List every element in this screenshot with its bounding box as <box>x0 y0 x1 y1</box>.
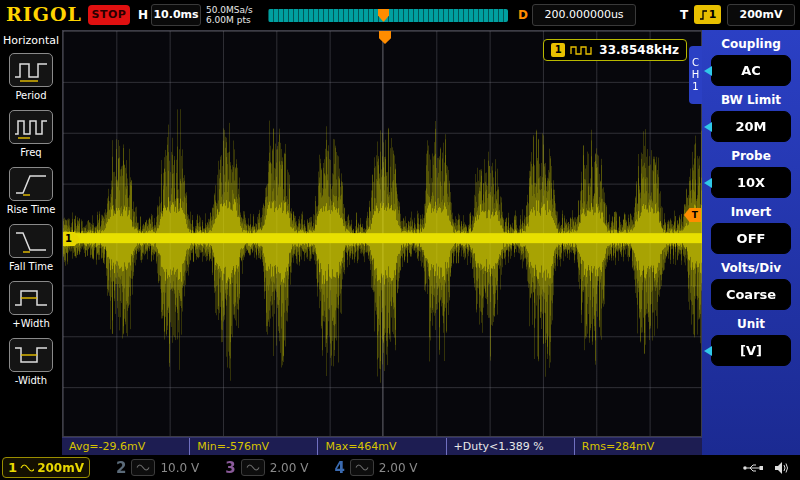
channel-menu-panel: CH1 Coupling AC BW Limit 20M Probe 10X I… <box>702 30 800 455</box>
menu-item-label: Probe <box>702 149 800 163</box>
channel4-indicator[interactable]: 4 2.00 V <box>334 459 417 477</box>
left-menu-item-rise-time[interactable]: Rise Time <box>7 167 56 215</box>
menu-arrow-icon <box>704 178 712 188</box>
left-menu-item-label: Rise Time <box>7 204 56 215</box>
menu-item-label: Invert <box>702 205 800 219</box>
freq-counter-value: 33.8548kHz <box>599 43 679 57</box>
menu-item-bw-limit[interactable]: BW Limit 20M <box>702 93 800 142</box>
channel3-coupling-icon <box>241 459 265 476</box>
freq-counter-source: 1 <box>551 43 565 57</box>
menu-item-label: Volts/Div <box>702 261 800 275</box>
freq-icon <box>9 110 53 144</box>
menu-item-value[interactable]: 10X <box>711 167 791 198</box>
plus-width-icon <box>9 281 53 315</box>
left-menu-item-minus-width[interactable]: -Width <box>9 338 53 386</box>
menu-item-coupling[interactable]: Coupling AC <box>702 37 800 86</box>
channel4-scale: 2.00 V <box>379 461 418 475</box>
channel4-coupling-icon <box>350 459 374 476</box>
menu-item-label: BW Limit <box>702 93 800 107</box>
trigger-position-marker-topbar[interactable] <box>378 9 389 22</box>
menu-item-value[interactable]: Coarse <box>711 279 791 310</box>
trigger-level-value[interactable]: 200mV <box>727 4 795 26</box>
waveform-canvas <box>63 31 703 438</box>
left-menu-item-label: Period <box>15 90 46 101</box>
measurement-duty: +Duty<1.389 % <box>447 438 575 455</box>
left-menu-title: Horizontal <box>3 34 59 47</box>
menu-arrow-icon <box>704 122 712 132</box>
menu-item-value[interactable]: [V] <box>711 335 791 366</box>
menu-arrow-icon <box>704 346 712 356</box>
menu-item-volts-div[interactable]: Volts/Div Coarse <box>702 261 800 310</box>
waveform-display: 1 T 1 33.8548kHz Avg=-29.6mV Min=-576mV … <box>62 30 702 455</box>
usb-icon <box>742 462 764 474</box>
channel2-number: 2 <box>116 459 126 477</box>
horizontal-label: H <box>138 8 148 22</box>
left-menu-item-label: +Width <box>12 318 49 329</box>
delay-value[interactable]: 200.000000us <box>532 4 636 26</box>
left-menu-item-label: Fall Time <box>9 261 53 272</box>
channel2-indicator[interactable]: 2 10.0 V <box>116 459 199 477</box>
channel-status-bar: 1 200mV 2 10.0 V 3 2.00 V 4 2.00 V <box>0 455 800 480</box>
system-icons <box>742 461 790 475</box>
timebase-value[interactable]: 10.0ms <box>151 4 201 26</box>
menu-item-label: Coupling <box>702 37 800 51</box>
menu-arrow-icon <box>704 66 712 76</box>
measurement-bar: Avg=-29.6mV Min=-576mV Max=464mV +Duty<1… <box>62 437 702 455</box>
sample-rate: 50.0MSa/s <box>206 5 253 15</box>
speaker-icon[interactable] <box>774 461 790 475</box>
left-menu-item-freq[interactable]: Freq <box>9 110 53 158</box>
channel3-indicator[interactable]: 3 2.00 V <box>225 459 308 477</box>
left-menu-item-plus-width[interactable]: +Width <box>9 281 53 329</box>
channel1-indicator[interactable]: 1 200mV <box>2 457 90 478</box>
memory-depth: 6.00M pts <box>206 15 253 25</box>
trigger-source-number: 1 <box>709 8 717 21</box>
graticule: 1 T 1 33.8548kHz <box>62 30 702 437</box>
measurement-min: Min=-576mV <box>190 438 318 455</box>
menu-item-value[interactable]: OFF <box>711 223 791 254</box>
period-icon <box>9 53 53 87</box>
trigger-label: T <box>680 8 688 22</box>
menu-item-value[interactable]: AC <box>711 55 791 86</box>
square-wave-icon <box>570 45 594 56</box>
measurement-rms: Rms=284mV <box>575 438 702 455</box>
frequency-counter: 1 33.8548kHz <box>543 39 687 61</box>
menu-item-value[interactable]: 20M <box>711 111 791 142</box>
menu-item-probe[interactable]: Probe 10X <box>702 149 800 198</box>
channel2-scale: 10.0 V <box>160 461 199 475</box>
left-menu-item-label: -Width <box>15 375 47 386</box>
menu-item-invert[interactable]: Invert OFF <box>702 205 800 254</box>
channel-menu-tab: CH1 <box>689 46 702 104</box>
trigger-edge-icon <box>699 9 708 21</box>
left-menu-item-period[interactable]: Period <box>9 53 53 101</box>
channel2-coupling-icon <box>131 459 155 476</box>
fall-time-icon <box>9 224 53 258</box>
ac-coupling-icon <box>20 463 34 473</box>
menu-item-label: Unit <box>702 317 800 331</box>
minus-width-icon <box>9 338 53 372</box>
measurement-avg: Avg=-29.6mV <box>62 438 190 455</box>
menu-item-unit[interactable]: Unit [V] <box>702 317 800 366</box>
channel1-number: 1 <box>8 460 17 475</box>
trigger-source-badge[interactable]: 1 <box>694 5 721 24</box>
top-status-bar: RIGOL STOP H 10.0ms 50.0MSa/s 6.00M pts … <box>0 0 800 30</box>
horizontal-position-indicator[interactable] <box>268 9 508 22</box>
channel1-scale: 200mV <box>37 461 84 475</box>
left-menu-item-fall-time[interactable]: Fall Time <box>9 224 53 272</box>
channel3-number: 3 <box>225 459 235 477</box>
acquisition-info: 50.0MSa/s 6.00M pts <box>206 5 253 25</box>
rigol-logo: RIGOL <box>6 3 82 25</box>
delay-label: D <box>518 8 528 22</box>
left-measure-menu: Horizontal Period Freq Rise Time Fall Ti… <box>0 30 62 455</box>
run-state-badge[interactable]: STOP <box>88 5 130 25</box>
left-menu-item-label: Freq <box>20 147 41 158</box>
channel3-scale: 2.00 V <box>270 461 309 475</box>
rise-time-icon <box>9 167 53 201</box>
channel4-number: 4 <box>334 459 344 477</box>
measurement-max: Max=464mV <box>318 438 446 455</box>
